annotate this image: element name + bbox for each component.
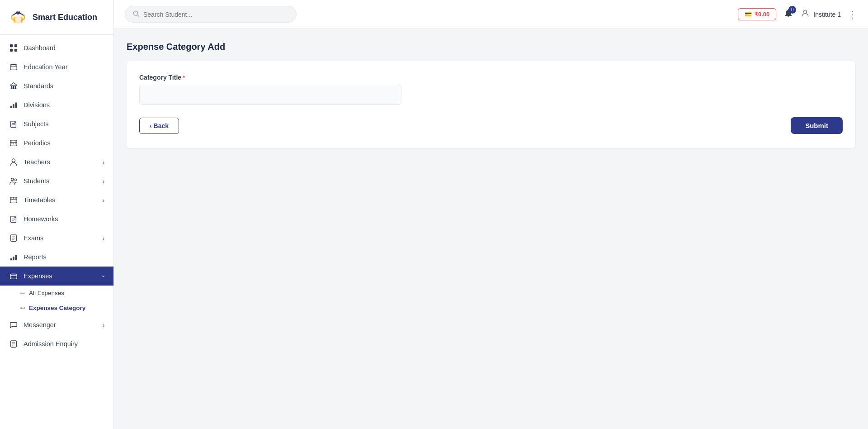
svg-rect-15 bbox=[15, 103, 17, 108]
notification-bell[interactable]: 0 bbox=[783, 8, 793, 20]
standards-icon bbox=[9, 81, 18, 91]
sidebar-item-all-expenses[interactable]: ⊷ All Expenses bbox=[0, 286, 113, 300]
svg-rect-16 bbox=[10, 140, 17, 146]
category-title-label: Category Title * bbox=[139, 74, 843, 81]
expenses-icon bbox=[9, 272, 18, 281]
sidebar-item-label: Messenger bbox=[24, 321, 56, 329]
form-actions: ‹ Back Submit bbox=[139, 117, 843, 134]
sidebar-logo: Smart Education bbox=[0, 0, 113, 35]
svg-rect-19 bbox=[15, 143, 16, 144]
app-logo-icon bbox=[8, 7, 28, 27]
sidebar-item-label: Divisions bbox=[24, 101, 50, 109]
sidebar-item-students[interactable]: Students › bbox=[0, 172, 113, 191]
svg-rect-5 bbox=[10, 44, 13, 47]
sidebar-item-divisions[interactable]: Divisions bbox=[0, 95, 113, 114]
exams-chevron-icon: › bbox=[103, 235, 104, 242]
topbar: 💳 ₹0.00 0 Institute 1 ⋮ bbox=[114, 0, 868, 29]
svg-rect-25 bbox=[10, 258, 12, 261]
category-title-field-group: Category Title * bbox=[139, 74, 843, 105]
sidebar-item-teachers[interactable]: Teachers › bbox=[0, 153, 113, 172]
sidebar-item-subjects[interactable]: Subjects bbox=[0, 114, 113, 133]
svg-rect-27 bbox=[15, 255, 17, 261]
sub-item-label: All Expenses bbox=[29, 290, 64, 296]
user-name: Institute 1 bbox=[813, 11, 841, 18]
svg-rect-12 bbox=[15, 86, 16, 89]
exams-icon bbox=[9, 234, 18, 243]
money-card-icon: 💳 bbox=[745, 11, 752, 18]
topbar-right: 💳 ₹0.00 0 Institute 1 ⋮ bbox=[738, 8, 857, 20]
content-area: Expense Category Add Category Title * ‹ … bbox=[114, 29, 868, 429]
sidebar-item-expenses-category[interactable]: ⊷ Expenses Category bbox=[0, 300, 113, 315]
sidebar-item-expenses[interactable]: Expenses › bbox=[0, 267, 113, 286]
timetables-chevron-icon: › bbox=[103, 197, 104, 204]
svg-point-22 bbox=[14, 179, 17, 181]
svg-rect-13 bbox=[10, 106, 12, 108]
sidebar-item-label: Teachers bbox=[24, 158, 50, 166]
messenger-chevron-icon: › bbox=[103, 322, 104, 329]
svg-point-32 bbox=[804, 10, 807, 13]
submit-button[interactable]: Submit bbox=[791, 117, 843, 134]
more-options-icon[interactable]: ⋮ bbox=[848, 9, 857, 20]
sidebar-item-exams[interactable]: Exams › bbox=[0, 229, 113, 248]
svg-rect-9 bbox=[10, 65, 17, 70]
sidebar-item-label: Expenses bbox=[24, 272, 52, 280]
sidebar-item-label: Exams bbox=[24, 234, 43, 242]
sidebar-nav: Dashboard Education Year Standards Divis… bbox=[0, 35, 113, 429]
search-container bbox=[125, 6, 297, 23]
sidebar-item-reports[interactable]: Reports bbox=[0, 248, 113, 267]
back-button[interactable]: ‹ Back bbox=[139, 118, 179, 134]
expenses-submenu: ⊷ All Expenses ⊷ Expenses Category bbox=[0, 286, 113, 315]
sidebar-item-education-year[interactable]: Education Year bbox=[0, 57, 113, 76]
timetables-icon bbox=[9, 195, 18, 205]
svg-rect-3 bbox=[15, 17, 21, 23]
sidebar-item-label: Subjects bbox=[24, 120, 49, 128]
sub-item-label: Expenses Category bbox=[29, 305, 85, 311]
svg-rect-17 bbox=[12, 143, 13, 144]
homeworks-icon bbox=[9, 214, 18, 224]
search-icon bbox=[132, 10, 140, 19]
money-amount: ₹0.00 bbox=[755, 11, 769, 18]
subjects-icon bbox=[9, 119, 18, 129]
sidebar-item-label: Standards bbox=[24, 82, 53, 90]
sidebar-item-label: Education Year bbox=[24, 63, 68, 71]
svg-point-20 bbox=[12, 159, 15, 162]
svg-rect-14 bbox=[13, 104, 14, 108]
svg-rect-28 bbox=[10, 274, 17, 279]
category-title-input[interactable] bbox=[139, 85, 401, 105]
students-chevron-icon: › bbox=[103, 178, 104, 185]
messenger-icon bbox=[9, 320, 18, 329]
svg-rect-8 bbox=[14, 49, 17, 52]
money-badge[interactable]: 💳 ₹0.00 bbox=[738, 8, 776, 20]
sidebar-item-label: Dashboard bbox=[24, 44, 56, 52]
svg-rect-18 bbox=[13, 143, 14, 144]
sidebar-item-timetables[interactable]: Timetables › bbox=[0, 191, 113, 210]
user-menu[interactable]: Institute 1 bbox=[801, 9, 841, 20]
svg-rect-7 bbox=[10, 49, 13, 52]
main-area: 💳 ₹0.00 0 Institute 1 ⋮ Expense Category… bbox=[114, 0, 868, 429]
sidebar-item-periodics[interactable]: Periodics bbox=[0, 133, 113, 153]
svg-point-31 bbox=[133, 11, 138, 15]
sidebar-item-standards[interactable]: Standards bbox=[0, 76, 113, 95]
svg-rect-26 bbox=[13, 257, 14, 260]
reports-icon bbox=[9, 253, 18, 262]
notification-count: 0 bbox=[788, 6, 796, 14]
teachers-chevron-icon: › bbox=[103, 159, 104, 166]
admission-enquiry-icon bbox=[9, 339, 18, 348]
sidebar: Smart Education Dashboard Education Year… bbox=[0, 0, 114, 429]
sidebar-item-admission-enquiry[interactable]: Admission Enquiry bbox=[0, 334, 113, 353]
sidebar-item-dashboard[interactable]: Dashboard bbox=[0, 38, 113, 57]
svg-point-21 bbox=[11, 178, 14, 181]
search-input[interactable] bbox=[143, 11, 289, 18]
app-name: Smart Education bbox=[33, 13, 97, 22]
students-icon bbox=[9, 176, 18, 186]
sidebar-item-messenger[interactable]: Messenger › bbox=[0, 315, 113, 334]
sidebar-item-homeworks[interactable]: Homeworks bbox=[0, 210, 113, 229]
teachers-icon bbox=[9, 157, 18, 167]
expense-category-form-card: Category Title * ‹ Back Submit bbox=[127, 61, 855, 148]
svg-point-29 bbox=[12, 277, 13, 278]
search-box bbox=[125, 6, 297, 23]
divisions-icon bbox=[9, 100, 18, 110]
required-indicator: * bbox=[183, 74, 185, 81]
svg-rect-11 bbox=[13, 86, 14, 89]
sidebar-item-label: Timetables bbox=[24, 196, 55, 204]
